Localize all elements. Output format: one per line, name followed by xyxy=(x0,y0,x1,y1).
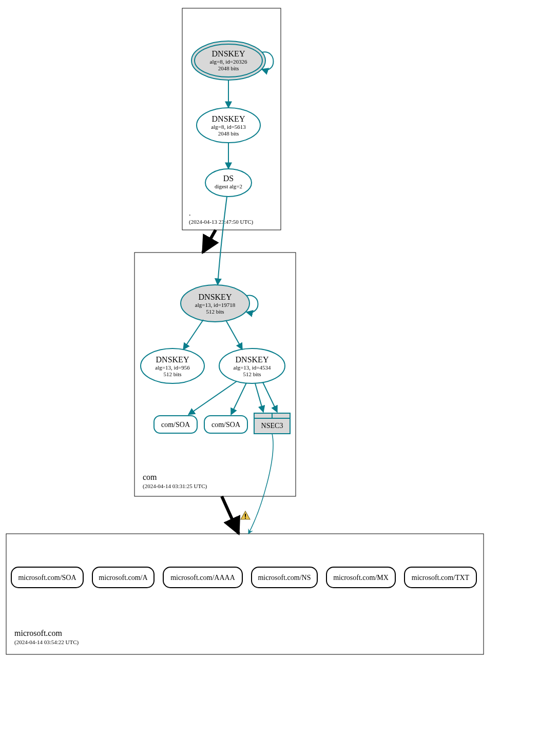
node-ms-txt-label: microsoft.com/TXT xyxy=(412,574,470,581)
zone-microsoft-label: microsoft.com xyxy=(14,629,62,637)
svg-point-4 xyxy=(205,169,252,197)
zone-root-timestamp: (2024-04-13 23:47:50 UTC) xyxy=(189,219,254,225)
node-root-ds-title: DS xyxy=(223,174,234,183)
node-root-zsk: DNSKEY alg=8, id=5613 2048 bits xyxy=(197,108,260,143)
node-com-zsk2-sub1: alg=13, id=4534 xyxy=(234,364,271,371)
zone-microsoft-timestamp: (2024-04-14 03:54:22 UTC) xyxy=(14,639,79,646)
node-root-zsk-sub2: 2048 bits xyxy=(218,130,239,137)
node-com-soa1: com/SOA xyxy=(154,416,197,433)
node-root-ksk-sub2: 2048 bits xyxy=(218,65,239,71)
node-ms-ns: microsoft.com/NS xyxy=(252,567,317,588)
node-com-zsk2-sub2: 512 bits xyxy=(243,371,261,377)
node-ms-mx-label: microsoft.com/MX xyxy=(333,574,389,581)
node-com-ksk: DNSKEY alg=13, id=19718 512 bits xyxy=(181,285,249,322)
node-root-ksk: DNSKEY alg=8, id=20326 2048 bits xyxy=(191,41,265,80)
node-ms-aaaa: microsoft.com/AAAA xyxy=(163,567,242,588)
node-com-ksk-sub1: alg=13, id=19718 xyxy=(195,302,236,308)
edge-com-to-microsoft-delegation xyxy=(222,496,239,534)
node-ms-soa-label: microsoft.com/SOA xyxy=(18,574,76,581)
svg-rect-16 xyxy=(245,514,246,517)
node-com-zsk2: DNSKEY alg=13, id=4534 512 bits xyxy=(219,348,285,383)
node-ms-txt: microsoft.com/TXT xyxy=(405,567,476,588)
node-com-ksk-title: DNSKEY xyxy=(199,293,232,301)
node-root-zsk-title: DNSKEY xyxy=(212,114,245,123)
node-ms-a: microsoft.com/A xyxy=(92,567,154,588)
node-com-zsk1: DNSKEY alg=13, id=956 512 bits xyxy=(141,348,204,383)
node-com-zsk2-title: DNSKEY xyxy=(236,355,269,364)
node-root-ksk-sub1: alg=8, id=20326 xyxy=(210,59,247,65)
zone-com-label: com xyxy=(143,473,157,481)
node-ms-mx: microsoft.com/MX xyxy=(326,567,395,588)
node-com-zsk1-sub1: alg=13, id=956 xyxy=(155,364,190,371)
node-ms-a-label: microsoft.com/A xyxy=(99,574,148,581)
node-com-zsk1-sub2: 512 bits xyxy=(163,371,181,377)
warning-icon xyxy=(241,511,250,519)
dnssec-diagram: . (2024-04-13 23:47:50 UTC) DNSKEY alg=8… xyxy=(0,0,558,756)
node-com-soa2-label: com/SOA xyxy=(211,421,241,429)
node-com-soa1-label: com/SOA xyxy=(161,421,190,429)
node-root-ds-sub1: digest alg=2 xyxy=(215,183,242,189)
node-com-ksk-sub2: 512 bits xyxy=(206,308,224,315)
node-root-zsk-sub1: alg=8, id=5613 xyxy=(211,124,246,130)
node-ms-soa: microsoft.com/SOA xyxy=(11,567,83,588)
zone-com-timestamp: (2024-04-14 03:31:25 UTC) xyxy=(143,483,207,490)
node-ms-ns-label: microsoft.com/NS xyxy=(258,574,311,581)
node-root-ds: DS digest alg=2 xyxy=(205,169,252,197)
zone-root-label: . xyxy=(189,209,191,217)
svg-rect-17 xyxy=(245,518,246,519)
node-root-ksk-title: DNSKEY xyxy=(212,49,245,58)
node-com-zsk1-title: DNSKEY xyxy=(156,355,189,364)
svg-rect-14 xyxy=(6,534,484,654)
node-ms-aaaa-label: microsoft.com/AAAA xyxy=(170,574,235,581)
node-com-nsec3-label: NSEC3 xyxy=(261,422,283,430)
zone-microsoft: microsoft.com (2024-04-14 03:54:22 UTC) xyxy=(6,534,484,654)
node-com-nsec3: NSEC3 xyxy=(254,413,290,434)
edge-root-to-com-delegation xyxy=(203,230,216,253)
node-com-soa2: com/SOA xyxy=(204,416,247,433)
